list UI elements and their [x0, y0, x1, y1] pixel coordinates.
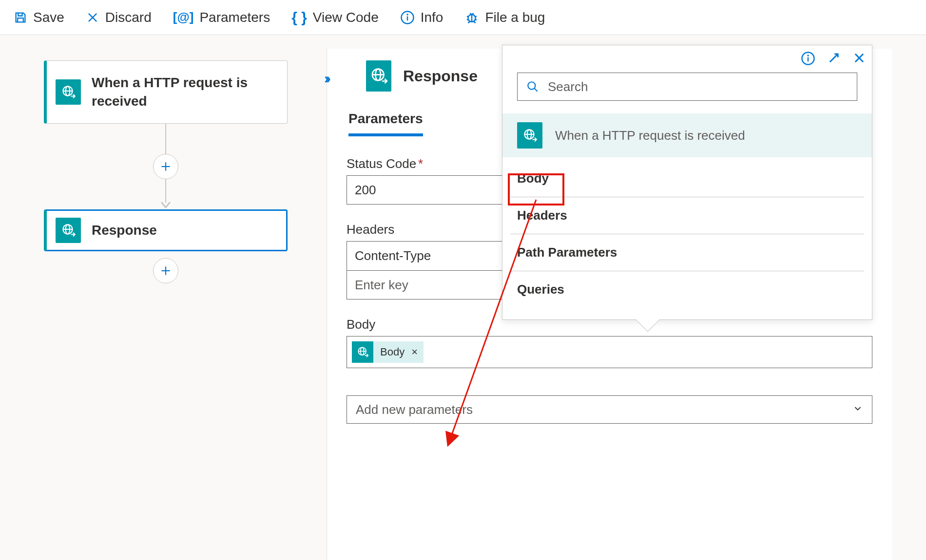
file-bug-button[interactable]: File a bug [464, 10, 545, 25]
svg-line-16 [534, 88, 538, 92]
response-card[interactable]: Response [44, 209, 288, 251]
required-indicator: * [418, 156, 423, 171]
view-code-button[interactable]: { } View Code [291, 9, 379, 26]
globe-arrow-icon [56, 218, 81, 243]
info-label: Info [421, 10, 444, 25]
expand-icon[interactable] [827, 51, 841, 66]
dynamic-content-picker: Search When a HTTP request is received B… [502, 45, 872, 320]
svg-point-5 [407, 14, 407, 15]
save-label: Save [33, 10, 64, 25]
bug-icon [464, 10, 479, 25]
info-icon [400, 10, 415, 25]
collapse-panel-button[interactable]: ›› [324, 70, 328, 87]
discard-label: Discard [105, 10, 152, 25]
parameters-button[interactable]: [@] Parameters [173, 10, 270, 25]
tab-parameters[interactable]: Parameters [348, 111, 423, 136]
save-button[interactable]: Save [14, 10, 64, 25]
body-input[interactable]: Body × [347, 336, 872, 368]
connector-line [165, 175, 166, 203]
info-button[interactable]: Info [400, 10, 444, 25]
parameters-icon: [@] [173, 10, 194, 25]
add-step-button[interactable] [153, 258, 178, 283]
svg-point-15 [528, 82, 535, 89]
chevron-down-icon [852, 402, 863, 417]
body-token[interactable]: Body × [352, 341, 424, 363]
close-icon[interactable] [852, 51, 866, 66]
arrow-down-icon [161, 202, 171, 209]
picker-item-queries[interactable]: Queries [510, 271, 864, 308]
svg-point-14 [808, 55, 808, 56]
add-parameters-label: Add new parameters [356, 402, 473, 417]
close-icon [86, 11, 99, 24]
panel-title: Response [403, 67, 478, 85]
trigger-title: When a HTTP request is received [92, 74, 278, 111]
picker-item-path-parameters[interactable]: Path Parameters [510, 234, 864, 271]
trigger-card[interactable]: When a HTTP request is received [44, 60, 288, 124]
view-code-label: View Code [313, 10, 379, 25]
picker-item-body[interactable]: Body [510, 160, 864, 197]
info-icon[interactable] [801, 51, 815, 66]
add-parameters-dropdown[interactable]: Add new parameters [347, 395, 872, 424]
picker-section-title: When a HTTP request is received [555, 128, 745, 143]
response-title: Response [92, 221, 157, 240]
picker-search-placeholder: Search [548, 79, 588, 94]
file-bug-label: File a bug [485, 10, 545, 25]
body-token-label: Body [373, 346, 411, 358]
discard-button[interactable]: Discard [86, 10, 152, 25]
body-field: Body Body × [347, 317, 872, 368]
picker-item-headers[interactable]: Headers [510, 197, 864, 234]
globe-arrow-icon [517, 122, 542, 149]
picker-list: Body Headers Path Parameters Queries [502, 157, 872, 319]
connector-line [165, 124, 166, 158]
status-code-label: Status Code [347, 156, 416, 171]
globe-arrow-icon [352, 341, 373, 363]
braces-icon: { } [291, 9, 307, 26]
globe-arrow-icon [366, 60, 391, 92]
remove-token-button[interactable]: × [411, 346, 424, 358]
add-step-button[interactable] [153, 154, 178, 179]
save-icon [14, 11, 27, 24]
picker-search-input[interactable]: Search [517, 73, 857, 101]
globe-arrow-icon [56, 79, 81, 105]
picker-section-header: When a HTTP request is received [502, 113, 872, 157]
parameters-label: Parameters [199, 10, 270, 25]
toolbar: Save Discard [@] Parameters { } View Cod… [0, 0, 926, 35]
search-icon [526, 80, 539, 93]
